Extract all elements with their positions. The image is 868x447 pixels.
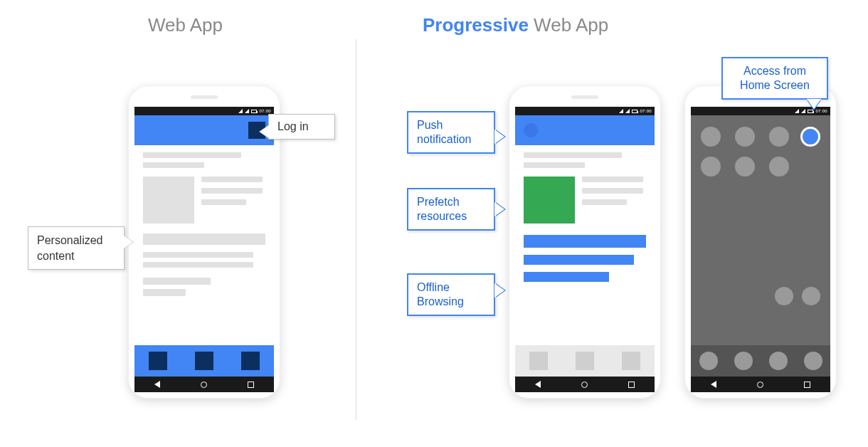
- skeleton-line: [582, 188, 643, 194]
- home-app-row: [775, 287, 820, 305]
- status-time: 07:00: [259, 109, 271, 113]
- callout-push-text: Push notification: [417, 119, 472, 145]
- app-icon: [769, 127, 789, 147]
- pwa-home-icon: [800, 127, 820, 147]
- home-icon: [757, 382, 763, 388]
- callout-offline: Offline Browsing: [407, 273, 495, 316]
- phone-web-app: 07:00: [128, 85, 280, 399]
- signal-icon: [238, 109, 243, 113]
- offline-content-block: [524, 272, 609, 282]
- callout-login: Log in: [268, 114, 335, 140]
- page-content: [134, 145, 274, 296]
- skeleton-line: [582, 199, 627, 205]
- pointer-icon: [124, 236, 133, 248]
- skeleton-line: [143, 262, 253, 268]
- wifi-icon: [625, 109, 630, 113]
- skeleton-line: [201, 177, 263, 182]
- heading-pwa: Progressive Web App: [423, 14, 608, 36]
- skeleton-line: [524, 152, 622, 158]
- app-icon: [802, 287, 820, 305]
- app-icon: [769, 157, 789, 177]
- back-icon: [711, 381, 716, 388]
- skeleton-line: [143, 152, 241, 158]
- section-divider: [356, 39, 356, 420]
- skeleton-line: [143, 162, 204, 168]
- callout-prefetch-text: Prefetch resources: [417, 196, 467, 222]
- wifi-icon: [245, 109, 249, 113]
- callout-homescreen-text: Access from Home Screen: [740, 65, 810, 91]
- dock-app-icon: [804, 352, 822, 370]
- offline-content-block: [524, 255, 634, 265]
- skeleton-line: [143, 289, 186, 296]
- bottom-tab-bar: [515, 345, 655, 377]
- phone-pwa: 07:00: [509, 85, 661, 399]
- offline-content-block: [524, 235, 646, 248]
- callout-login-text: Log in: [277, 120, 309, 132]
- callout-prefetch: Prefetch resources: [407, 188, 495, 231]
- skeleton-line: [201, 188, 263, 194]
- callout-push: Push notification: [407, 111, 495, 154]
- callout-offline-text: Offline Browsing: [417, 281, 464, 307]
- tab-item: [241, 352, 260, 370]
- prefetched-image: [524, 177, 575, 224]
- app-icon: [735, 157, 755, 177]
- callout-personalized: Personalized content: [28, 226, 125, 270]
- tab-item: [622, 352, 640, 370]
- tab-item: [576, 352, 594, 370]
- skeleton-image: [143, 177, 194, 224]
- phone-speaker: [571, 95, 598, 99]
- home-dock: [691, 345, 830, 377]
- wifi-icon: [801, 109, 805, 113]
- skeleton-line: [524, 162, 585, 168]
- pointer-icon: [494, 283, 504, 298]
- signal-icon: [619, 109, 623, 113]
- tab-item: [195, 352, 213, 370]
- tab-item: [149, 352, 167, 370]
- android-nav-bar: [691, 377, 830, 392]
- dock-app-icon: [769, 352, 788, 370]
- app-icon: [701, 157, 721, 177]
- recents-icon: [248, 382, 254, 388]
- battery-icon: [251, 110, 257, 113]
- skeleton-line: [143, 252, 253, 258]
- home-icon: [581, 382, 588, 388]
- app-icon: [701, 127, 721, 147]
- pointer-icon: [260, 125, 269, 138]
- app-bar: [515, 115, 655, 145]
- tab-item: [529, 352, 548, 370]
- app-icon: [775, 287, 793, 305]
- dock-app-icon: [699, 352, 718, 370]
- recents-icon: [628, 382, 635, 388]
- heading-pwa-rest: Web App: [529, 14, 608, 36]
- skeleton-line: [143, 278, 211, 285]
- heading-web-app: Web App: [148, 14, 223, 36]
- android-nav-bar: [134, 377, 274, 392]
- pointer-icon: [494, 130, 504, 144]
- phone-screen: 07:00: [515, 107, 655, 392]
- push-notification-indicator: [524, 123, 538, 137]
- recents-icon: [804, 382, 810, 388]
- pointer-icon: [494, 202, 504, 216]
- back-icon: [535, 381, 541, 388]
- phone-screen: 07:00: [134, 107, 274, 392]
- android-nav-bar: [515, 377, 655, 392]
- signal-icon: [795, 109, 799, 113]
- pointer-icon: [807, 99, 821, 109]
- heading-pwa-accent: Progressive: [423, 14, 529, 36]
- android-status-bar: 07:00: [134, 107, 274, 115]
- app-icon: [735, 127, 755, 147]
- home-wallpaper: [691, 115, 830, 361]
- phone-home-screen: 07:00: [684, 85, 837, 399]
- dock-app-icon: [734, 352, 753, 370]
- skeleton-line: [201, 199, 246, 205]
- android-status-bar: 07:00: [515, 107, 655, 115]
- skeleton-block: [143, 233, 265, 245]
- phone-speaker: [191, 95, 218, 99]
- status-time: 07:00: [815, 109, 827, 113]
- status-time: 07:00: [640, 109, 652, 113]
- battery-icon: [808, 110, 813, 113]
- phone-screen: 07:00: [691, 107, 830, 392]
- home-icon: [201, 382, 207, 388]
- battery-icon: [632, 110, 637, 113]
- callout-personalized-text: Personalized content: [37, 234, 103, 262]
